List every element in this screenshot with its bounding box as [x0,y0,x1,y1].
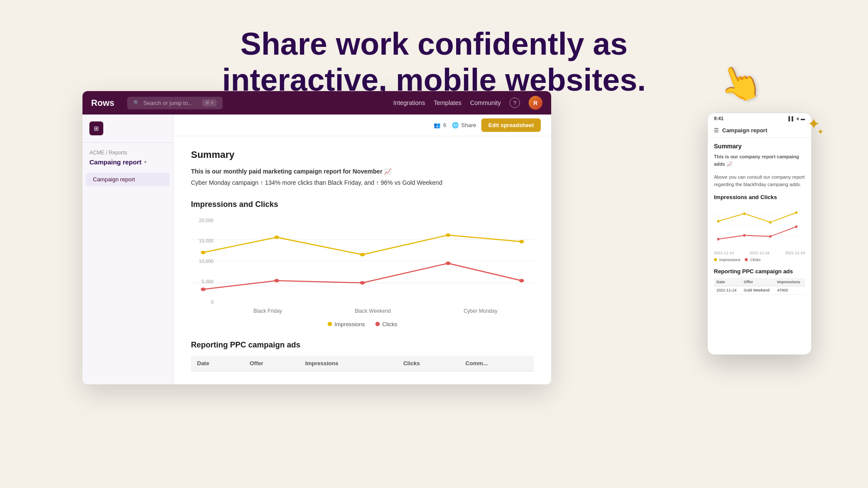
sidebar-icon-bar: ⊞ [82,121,173,143]
toolbar: 👥 6 🌐 Share Edit spreadsheet [174,115,551,136]
users-icon: 👥 [434,122,441,128]
hero-line1: Share work confidently as [240,26,628,61]
col-offer: Offer [243,356,299,371]
edit-spreadsheet-button[interactable]: Edit spreadsheet [481,118,541,132]
search-shortcut: ⌘ K [202,99,217,107]
mobile-table-title: Reporting PPC campaign ads [714,268,805,275]
mobile-time: 9:41 [714,116,723,121]
nav-community[interactable]: Community [470,99,501,106]
mobile-table-header: Date Offer Impressions [714,278,805,286]
table-title: Reporting PPC campaign ads [191,341,534,350]
app-window: Rows 🔍 Search or jump to... ⌘ K Integrat… [82,91,551,384]
chart-section: Impressions and Clicks 20,000 15,000 10,… [191,200,534,328]
mobile-legend-impressions: Impressions [714,258,740,262]
nav-integrations[interactable]: Integrations [393,99,425,106]
data-table: Date Offer Impressions Clicks Comm... [191,356,534,371]
mobile-legend: Impressions Clicks [714,258,805,262]
svg-point-10 [274,279,279,282]
svg-point-11 [360,281,365,285]
svg-point-25 [796,225,798,228]
mobile-summary-title: Summary [714,143,805,150]
mobile-chart-svg [714,204,805,247]
mobile-preview: 9:41 ▌▌ ⌾ ▬ ☰ Campaign report Summary Th… [707,113,812,355]
svg-point-8 [519,240,524,243]
summary-line2: Cyber Monday campaign ↑ 134% more clicks… [191,178,534,187]
users-count: 👥 6 [434,122,446,128]
table-section: Reporting PPC campaign ads Date Offer Im… [191,341,534,371]
mobile-chart-labels: 2021-11-14 2021-11-16 2021-11-18 [714,251,805,255]
mobile-menu-icon: ☰ [714,128,719,134]
mobile-status-icons: ▌▌ ⌾ ▬ [789,116,805,121]
svg-point-22 [717,238,720,240]
help-button[interactable]: ? [510,98,520,108]
legend-clicks: Clicks [375,321,398,328]
chart-legend: Impressions Clicks [191,321,534,328]
legend-impressions: Impressions [328,321,365,328]
col-clicks: Clicks [397,356,459,371]
sidebar: ⊞ ACME / Reports Campaing report ▾ Campa… [82,115,174,384]
mobile-status-bar: 9:41 ▌▌ ⌾ ▬ [708,113,811,124]
chart-svg [191,218,534,305]
app-body: ⊞ ACME / Reports Campaing report ▾ Campa… [82,115,551,384]
y-axis: 20,000 15,000 10,000 5,000 0 [191,218,217,305]
chart-title: Impressions and Clicks [191,200,534,209]
mobile-content: Summary This is our company report campa… [708,138,811,354]
main-content: 👥 6 🌐 Share Edit spreadsheet Summary Thi… [174,115,551,384]
svg-point-18 [717,220,720,223]
search-placeholder: Search or jump to... [143,100,192,106]
doc-title: Campaing report ▾ [82,158,173,166]
svg-point-23 [743,234,746,236]
mobile-table-row: 2021-11-14 Gold Weekend 47000 [714,286,805,295]
app-logo: Rows [91,98,114,108]
mobile-summary-text2: Above you can consult our company report… [714,174,805,188]
table-icon[interactable]: ⊞ [89,121,103,135]
svg-point-20 [769,221,772,223]
sidebar-item-campaign-report[interactable]: Campaign report [86,173,170,186]
svg-point-7 [446,233,450,237]
chart-wrapper: 20,000 15,000 10,000 5,000 0 [191,218,534,328]
table-header-row: Date Offer Impressions Clicks Comm... [191,356,534,371]
mobile-header-title: Campaign report [722,127,767,134]
mobile-chart-title: Impressions and Clicks [714,194,805,200]
mobile-table: Date Offer Impressions 2021-11-14 Gold W… [714,278,805,295]
summary-line1: This is our monthly paid marketing campa… [191,167,534,176]
svg-point-19 [743,212,746,215]
svg-point-24 [769,235,772,238]
nav-templates[interactable]: Templates [434,99,461,106]
navbar: Rows 🔍 Search or jump to... ⌘ K Integrat… [82,91,551,115]
mobile-summary-text1: This is our company report campaing adds… [714,153,805,167]
impressions-dot [328,322,332,326]
globe-icon: 🌐 [452,122,459,128]
col-impressions: Impressions [299,356,397,371]
hero-title: Share work confidently as interactive, m… [0,26,868,98]
svg-point-6 [360,253,365,256]
col-comm: Comm... [460,356,534,371]
mobile-legend-clicks: Clicks [745,258,761,262]
col-date: Date [191,356,243,371]
svg-point-12 [446,262,450,265]
search-icon: 🔍 [133,100,140,106]
user-avatar[interactable]: R [529,96,542,110]
clicks-dot [375,322,380,326]
search-input[interactable]: 🔍 Search or jump to... ⌘ K [127,97,223,109]
share-button[interactable]: 🌐 Share [452,122,477,128]
svg-point-13 [519,279,524,282]
content-area: Summary This is our monthly paid marketi… [174,136,551,384]
x-axis-labels: Black Friday Black Weekend Cyber Monday [217,308,534,314]
summary-title: Summary [191,149,534,160]
breadcrumb: ACME / Reports [82,150,173,156]
mobile-header: ☰ Campaign report [708,124,811,138]
svg-point-5 [274,236,279,239]
doc-title-caret: ▾ [144,160,146,164]
svg-point-21 [796,211,798,214]
sparkle-small-icon: ✦ [817,127,824,137]
